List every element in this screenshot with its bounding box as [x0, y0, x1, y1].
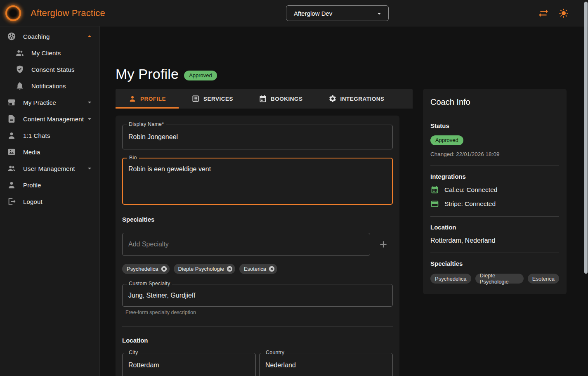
location-heading: Location — [122, 337, 393, 344]
sidebar-item-chats[interactable]: 1:1 Chats — [0, 127, 99, 144]
coaching-icon — [7, 31, 17, 41]
country-label: Country — [264, 350, 286, 355]
app-header: Afterglow Practice Afterglow Dev — [0, 0, 588, 26]
tab-label: INTEGRATIONS — [340, 96, 385, 102]
bell-icon — [15, 81, 25, 91]
add-specialty-input[interactable] — [123, 233, 370, 255]
custom-specialty-label: Custom Specialty — [127, 281, 172, 286]
city-input[interactable] — [123, 353, 255, 376]
sidebar-item-coaching[interactable]: Coaching — [0, 28, 99, 45]
sidebar-item-label: Content Management — [23, 116, 84, 123]
light-mode-icon[interactable] — [559, 8, 569, 18]
calendar-icon — [430, 185, 439, 194]
sidebar-item-profile[interactable]: Profile — [0, 177, 99, 193]
specialty-chip[interactable]: Esoterica — [239, 264, 277, 274]
app-logo — [5, 5, 21, 21]
group-icon — [7, 163, 17, 173]
specialty-chip: Diepte Psychologie — [475, 274, 524, 284]
tab-bookings[interactable]: BOOKINGS — [246, 89, 316, 109]
chevron-down-icon — [85, 164, 94, 174]
sync-alt-icon[interactable] — [538, 8, 549, 19]
status-changed: Changed: 22/01/2026 18:09 — [430, 151, 559, 157]
coach-info-title: Coach Info — [430, 97, 559, 107]
sidebar-item-label: User Management — [23, 165, 75, 172]
person-icon — [128, 95, 137, 103]
integration-label: Cal.eu: Connected — [444, 186, 497, 194]
chevron-up-icon — [85, 32, 94, 42]
image-icon — [7, 147, 17, 157]
sidebar-item-my-practice[interactable]: My Practice — [0, 94, 99, 111]
environment-select-value: Afterglow Dev — [294, 10, 332, 17]
display-name-field-wrapper: Display Name* — [122, 125, 393, 149]
sidebar-item-label: Consent Status — [31, 66, 75, 73]
specialties-heading: Specialties — [122, 216, 393, 223]
chip-delete-icon[interactable] — [161, 265, 168, 272]
person-icon — [7, 130, 17, 140]
bio-textarea[interactable]: Robin is een geweldige vent — [123, 158, 392, 204]
storefront-icon — [7, 97, 17, 107]
gear-icon — [328, 95, 337, 103]
chip-delete-icon[interactable] — [226, 265, 233, 272]
sidebar-item-label: 1:1 Chats — [23, 132, 50, 139]
chip-delete-icon[interactable] — [268, 265, 275, 272]
custom-specialty-input[interactable] — [123, 284, 392, 306]
specialty-chip[interactable]: Psychedelica — [122, 264, 170, 274]
sidebar-item-user-management[interactable]: User Management — [0, 160, 99, 177]
display-name-input[interactable] — [123, 125, 392, 149]
specialty-chip[interactable]: Diepte Psychologie — [174, 264, 235, 274]
tab-services[interactable]: SERVICES — [179, 89, 246, 109]
environment-select[interactable]: Afterglow Dev — [286, 5, 389, 21]
sidebar-item-media[interactable]: Media — [0, 144, 99, 160]
tab-label: BOOKINGS — [271, 96, 303, 102]
form-divider — [122, 326, 393, 327]
plus-icon — [378, 239, 389, 250]
panel-location-heading: Location — [430, 224, 559, 231]
sidebar-item-label: Media — [23, 149, 40, 156]
add-specialty-field-wrapper — [122, 233, 370, 256]
sidebar-item-label: Logout — [23, 198, 43, 205]
chevron-down-icon — [85, 115, 94, 125]
sidebar-item-label: Notifications — [31, 83, 66, 90]
sidebar-item-consent-status[interactable]: Consent Status — [0, 61, 99, 78]
sidebar-item-notifications[interactable]: Notifications — [0, 78, 99, 94]
person-icon — [7, 180, 17, 190]
status-badge: Approved — [430, 135, 463, 145]
display-name-label: Display Name* — [127, 121, 166, 127]
specialty-chips: Psychedelica Diepte Psychologie Esoteric… — [122, 264, 393, 274]
tab-label: PROFILE — [140, 96, 166, 102]
page-title: My Profile — [116, 66, 179, 82]
document-icon — [7, 114, 17, 124]
sidebar-item-content-management[interactable]: Content Management — [0, 111, 99, 127]
status-badge: Approved — [184, 71, 217, 80]
sidebar-item-label: Coaching — [23, 33, 50, 40]
sidebar-item-label: My Practice — [23, 99, 56, 106]
credit-card-icon — [430, 199, 439, 208]
country-input[interactable] — [260, 353, 392, 376]
panel-location-value: Rotterdam, Nederland — [430, 237, 559, 244]
integrations-heading: Integrations — [430, 173, 559, 180]
sidebar-item-label: My Clients — [31, 50, 61, 57]
custom-specialty-helper: Free-form specialty description — [125, 310, 393, 315]
tab-integrations[interactable]: INTEGRATIONS — [316, 89, 397, 109]
chevron-down-icon — [375, 9, 383, 18]
shield-check-icon — [15, 64, 25, 74]
logout-icon — [7, 196, 17, 206]
tab-profile[interactable]: PROFILE — [116, 89, 179, 109]
panel-divider — [430, 253, 559, 253]
list-alt-icon — [191, 95, 200, 103]
add-specialty-button[interactable] — [377, 238, 390, 251]
people-icon — [15, 48, 25, 58]
city-field-wrapper: City — [122, 353, 256, 376]
city-label: City — [127, 350, 140, 355]
chevron-down-icon — [85, 98, 94, 108]
sidebar-item-my-clients[interactable]: My Clients — [0, 45, 99, 61]
specialty-chip: Esoterica — [528, 274, 559, 284]
window-scrollbar[interactable] — [584, 2, 588, 274]
sidebar: Coaching My Clients Consent Status Notif… — [0, 26, 100, 376]
panel-divider — [430, 166, 559, 166]
profile-tabs: PROFILE SERVICES BOOKINGS — [116, 89, 413, 109]
sidebar-item-logout[interactable]: Logout — [0, 193, 99, 210]
integration-row: Stripe: Connected — [430, 199, 559, 208]
panel-specialties-heading: Specialties — [430, 260, 559, 267]
specialty-chip: Psychedelica — [430, 274, 471, 284]
